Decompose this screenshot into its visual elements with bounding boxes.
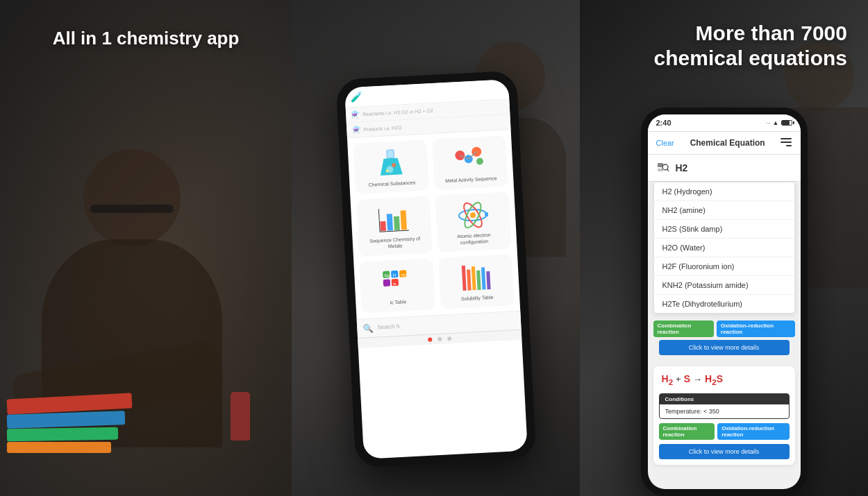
grid-item-metal-activity[interactable]: Metal Activity Sequence (432, 135, 508, 190)
grid-item-periodic[interactable]: Na H Nh le ic Table (359, 258, 435, 313)
metal-activity-icon (451, 142, 487, 175)
svg-rect-31 (461, 265, 466, 290)
app-grid: Chemical Substances Metal (347, 130, 519, 319)
svg-point-5 (455, 150, 465, 160)
wifi-icon: ▲ (773, 119, 779, 126)
left-panel: All in 1 chemistry app (0, 0, 292, 496)
middle-phone: 🧪 ⚗️ Reactants I.e. H2 O2 or H2 + O2 ⚗️ … (335, 70, 536, 468)
right-title: More than 7000chemical equations (654, 21, 847, 71)
nav-dot (437, 336, 442, 341)
suggestion-nh2-amine[interactable]: NH2 (amine) (654, 201, 794, 220)
eq-reactant2: S (684, 373, 690, 384)
suggestion-knh2[interactable]: KNH2 (Potassium amide) (654, 276, 794, 295)
tag-oxidation-1: Oxidation-reduction reaction (717, 320, 794, 337)
reactants-placeholder: Reactants I.e. H2 O2 or H2 + O2 (362, 108, 433, 116)
app-title: Chemical Equation (690, 138, 765, 148)
suggestion-h2-hydrogen[interactable]: H2 (Hydrogen) (654, 182, 794, 201)
nav-dot (447, 336, 451, 340)
svg-rect-11 (380, 221, 386, 230)
card1-tags-area: Combination reaction Oxidation-reduction… (653, 318, 795, 361)
battery-fill (782, 121, 790, 125)
status-time: 2:40 (656, 119, 671, 127)
battery-icon (781, 120, 792, 126)
grid-item-solubility[interactable]: Solubility Table (438, 254, 515, 309)
right-phone-screen: 2:40 ··· ▲ Clear Chemical Equation (648, 114, 801, 489)
svg-rect-25 (383, 279, 390, 287)
phone-screen: 🧪 ⚗️ Reactants I.e. H2 O2 or H2 + O2 ⚗️ … (344, 79, 528, 459)
card2-tags: Combination reaction Oxidation-reduction… (653, 419, 795, 444)
app-header: Clear Chemical Equation (648, 132, 801, 155)
equation-display: H2 + S → H2S (653, 366, 795, 393)
suggestion-h2te[interactable]: H2Te (Dihydrotellurium) (654, 295, 794, 313)
grid-label-solubility: Solubility Table (460, 294, 493, 302)
grid-item-chemical-substances[interactable]: Chemical Substances (353, 139, 429, 194)
svg-rect-39 (786, 145, 792, 146)
conditions-header: Conditions (660, 394, 789, 404)
view-details-btn-2[interactable]: Click to view more details (659, 444, 790, 459)
svg-rect-41 (658, 169, 663, 171)
grid-label-atomic: Atomic electron configuration (442, 232, 506, 246)
eq-plus: + (676, 374, 681, 384)
svg-rect-35 (481, 267, 485, 289)
reaction-card-2: H2 + S → H2S Conditions Temperature: < 3… (653, 366, 795, 465)
grid-label-metal-activity: Metal Activity Sequence (444, 176, 496, 184)
grid-item-atomic[interactable]: Atomic electron configuration (435, 191, 511, 252)
left-title: All in 1 chemistry app (0, 28, 292, 49)
view-details-btn-1[interactable]: Click to view more details (659, 340, 790, 355)
svg-rect-34 (476, 270, 481, 289)
nav-dot-active (428, 337, 432, 341)
tag-combination-1: Combination reaction (653, 320, 715, 337)
svg-line-43 (667, 169, 669, 171)
middle-panel: 🧪 ⚗️ Reactants I.e. H2 O2 or H2 + O2 ⚗️ … (292, 0, 580, 496)
svg-rect-12 (386, 214, 392, 230)
menu-icon[interactable] (781, 137, 792, 148)
status-icons: ··· ▲ (766, 119, 792, 126)
svg-text:le: le (392, 281, 397, 285)
conditions-value: Temperature: < 350 (660, 404, 789, 418)
search-area: H2 (648, 155, 801, 182)
atom-icon (454, 198, 490, 232)
suggestion-h2f[interactable]: H2F (Fluoronium ion) (654, 257, 794, 276)
chart-icon (376, 203, 412, 236)
search-label: Search h (377, 323, 399, 330)
svg-rect-14 (400, 210, 406, 230)
svg-rect-33 (471, 266, 476, 289)
suggestion-h2o-water[interactable]: H2O (Water) (654, 239, 794, 257)
svg-rect-0 (386, 149, 394, 158)
status-bar: 2:40 ··· ▲ (648, 114, 801, 132)
svg-point-42 (662, 164, 668, 170)
tag-oxidation-2: Oxidation-reduction reaction (717, 423, 789, 440)
svg-rect-38 (781, 142, 792, 143)
svg-rect-37 (781, 138, 792, 139)
right-phone: 2:40 ··· ▲ Clear Chemical Equation (641, 108, 808, 496)
svg-rect-36 (486, 271, 490, 289)
svg-point-20 (469, 212, 475, 217)
grid-label-chemical-substances: Chemical Substances (368, 180, 415, 188)
grid-item-chemistry-metals[interactable]: Sequence Chemistry of Metals (356, 196, 432, 256)
card1-tags: Combination reaction Oxidation-reduction… (653, 318, 795, 340)
eq-product-sub: 2 (712, 377, 716, 386)
svg-text:H: H (392, 272, 396, 277)
products-placeholder: Products i.e. H2O (363, 125, 402, 132)
ellipsis-icon: ··· (766, 120, 771, 126)
svg-text:Nh: Nh (401, 272, 406, 276)
svg-line-16 (378, 209, 380, 232)
grid-label-periodic: ic Table (390, 299, 406, 306)
solubility-icon (458, 260, 494, 293)
search-value[interactable]: H2 (676, 162, 688, 173)
svg-point-8 (476, 157, 483, 164)
periodic-table-icon: Na H Nh le (378, 264, 415, 298)
right-panel: More than 7000chemical equations 2:40 ··… (580, 0, 868, 496)
suggestion-h2s-stink[interactable]: H2S (Stink damp) (654, 220, 794, 239)
tag-combination-2: Combination reaction (659, 423, 715, 440)
svg-rect-13 (393, 216, 399, 230)
grid-label-chemistry-metals: Sequence Chemistry of Metals (363, 236, 426, 250)
eq-arrow: → (693, 374, 702, 384)
clear-button[interactable]: Clear (656, 139, 674, 147)
flask-icon (372, 146, 408, 179)
conditions-box: Conditions Temperature: < 350 (659, 393, 790, 419)
eq-product: H2S (705, 373, 723, 386)
svg-text:Na: Na (384, 273, 390, 277)
suggestions-dropdown: H2 (Hydrogen) NH2 (amine) H2S (Stink dam… (653, 182, 795, 314)
svg-rect-32 (467, 269, 471, 290)
